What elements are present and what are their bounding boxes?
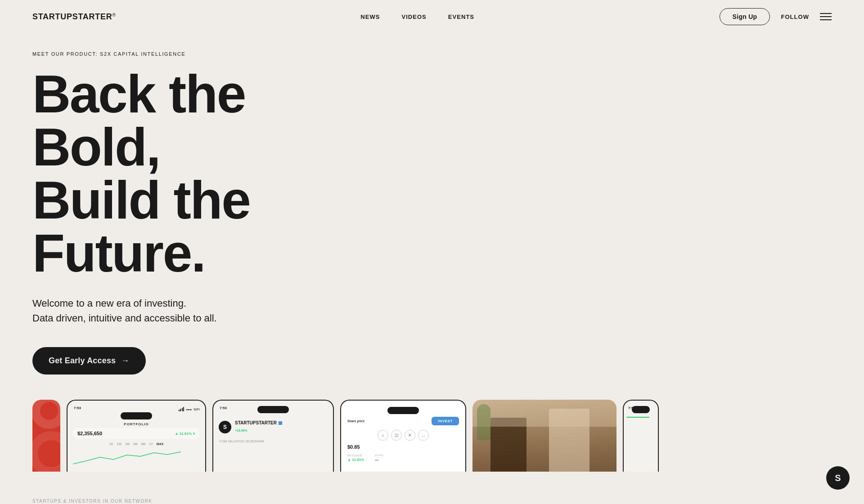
phone4-time: 7:5 (628, 406, 634, 410)
revenue-label: REVENUE (347, 454, 364, 457)
invest-button[interactable]: INVEST (432, 417, 459, 425)
phone2-time: 7:53 (220, 406, 227, 410)
carousel-item-invest: Share price INVEST ⌂ ◫ ✕ … $0.85 RE (340, 400, 466, 472)
brand-registered: ® (112, 12, 115, 17)
carousel-item-photo (472, 400, 616, 472)
signup-button[interactable]: Sign Up (720, 8, 770, 25)
phone1-portfolio-gain: ▲ 11.81% ∨ (175, 432, 196, 436)
carousel-item-red (32, 400, 60, 472)
follow-button[interactable]: FOLLOW (781, 13, 809, 20)
share-price-value: $0.85 (347, 444, 459, 450)
carousel-track: 7:53 ●●● WiFi (32, 400, 832, 472)
cta-arrow-icon: → (121, 356, 129, 366)
hero-title-line1: Back the Bold, (32, 64, 245, 177)
carousel-item-portfolio: 7:53 ●●● WiFi (67, 400, 206, 472)
nav-links: NEWS VIDEOS EVENTS (360, 13, 474, 20)
cta-button[interactable]: Get Early Access → (32, 347, 146, 375)
cta-label: Get Early Access (49, 356, 116, 366)
brand-name: STARTUPSTARTER (32, 12, 112, 21)
revenue-gain: ▲ 11.81% (347, 458, 364, 462)
phone2-valuation: +0.5M VALUATION | $0.85/SHARE (219, 440, 265, 443)
phone1-portfolio-value: $2,355,650 (77, 431, 102, 436)
hero-subtitle-line1: Welcome to a new era of investing. (32, 298, 186, 309)
hero-eyebrow: MEET OUR PRODUCT: S2X CAPITAL INTELLIGEN… (32, 51, 832, 57)
home-icon: ⌂ (378, 430, 388, 441)
floating-badge-label: S (835, 473, 841, 483)
verified-icon (279, 421, 282, 425)
menu-button[interactable] (820, 13, 832, 20)
phone2-company-name: STARTUPSTARTER (235, 420, 277, 425)
carousel-item-phone4: 7:5 (623, 400, 659, 472)
hero-title: Back the Bold, Build the Future. (32, 67, 383, 280)
phone2-avatar: S (219, 421, 231, 433)
phone1-portfolio-label: PORTFOLIO (124, 422, 148, 426)
hero-title-line2: Build the Future. (32, 170, 250, 283)
chart-icon: ◫ (391, 430, 402, 441)
nav-link-news[interactable]: NEWS (360, 13, 380, 20)
phone2-gain: +16.86% (235, 429, 248, 432)
hero-subtitle: Welcome to a new era of investing. Data … (32, 296, 257, 326)
nav-link-events[interactable]: EVENTS (448, 13, 474, 20)
portfolio-chart (73, 448, 200, 466)
more-icon: … (418, 430, 429, 441)
phone1-time: 7:53 (74, 406, 81, 410)
nav-link-videos[interactable]: VIDEOS (401, 13, 426, 20)
network-eyebrow: STARTUPS & INVESTORS IN OUR NETWORK (32, 499, 832, 504)
network-section: STARTUPS & INVESTORS IN OUR NETWORK facu… (0, 472, 864, 504)
app-carousel: 7:53 ●●● WiFi (32, 400, 832, 472)
floating-badge-button[interactable]: S (826, 466, 850, 490)
share-price-label: Share price (347, 419, 364, 423)
brand-logo[interactable]: STARTUPSTARTER® (32, 12, 116, 22)
nav-actions: Sign Up FOLLOW (720, 8, 832, 25)
navbar: STARTUPSTARTER® NEWS VIDEOS EVENTS Sign … (0, 0, 864, 33)
hero-subtitle-line2: Data driven, intuitive and accessible to… (32, 312, 217, 324)
hero-section: MEET OUR PRODUCT: S2X CAPITAL INTELLIGEN… (0, 33, 864, 472)
hype-label: HYPE (375, 454, 383, 457)
carousel-item-startup: 7:53 S STARTUPSTARTER +16.86% (212, 400, 334, 472)
close-icon: ✕ (405, 430, 415, 441)
